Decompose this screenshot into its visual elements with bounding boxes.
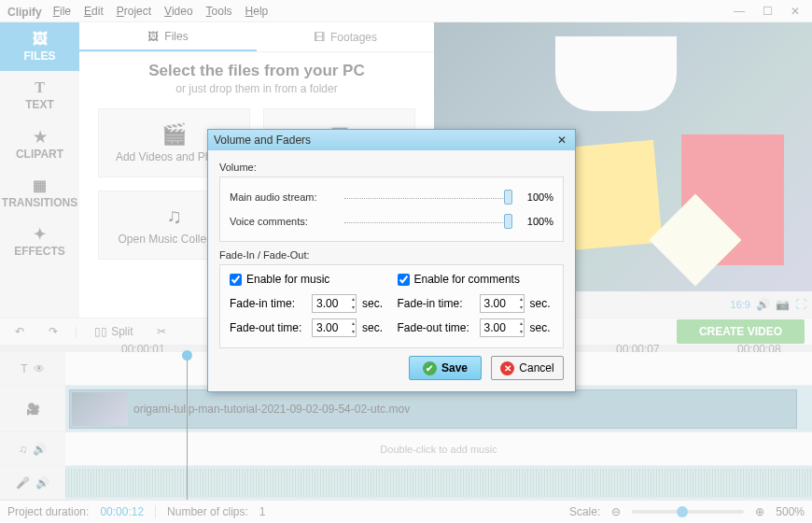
voice-comments-value: 100% (520, 216, 553, 227)
voice-comments-label: Voice comments: (230, 216, 337, 227)
volume-group-label: Volume: (219, 162, 564, 173)
volume-faders-dialog: Volume and Faders ✕ Volume: Main audio s… (207, 129, 576, 392)
main-audio-thumb[interactable] (504, 190, 512, 205)
music-fadein-label: Fade-in time: (230, 297, 306, 310)
comments-fadeout-label: Fade-out time: (398, 321, 474, 334)
cancel-icon: ✕ (500, 361, 514, 375)
music-fadeout-input[interactable]: 3.00 (312, 318, 357, 337)
fade-group: Enable for music Fade-in time:3.00sec. F… (219, 264, 564, 348)
music-fadein-input[interactable]: 3.00 (312, 294, 357, 313)
enable-comments-checkbox[interactable] (398, 274, 410, 286)
cancel-button[interactable]: ✕Cancel (491, 356, 564, 380)
fade-comments-column: Enable for comments Fade-in time:3.00sec… (398, 273, 554, 340)
dialog-titlebar[interactable]: Volume and Faders ✕ (208, 130, 575, 150)
fade-group-label: Fade-In / Fade-Out: (219, 249, 564, 261)
comments-fadeout-input[interactable]: 3.00 (480, 318, 525, 337)
dialog-close-button[interactable]: ✕ (554, 134, 569, 147)
enable-music-label: Enable for music (246, 273, 329, 286)
enable-comments-label: Enable for comments (414, 273, 520, 286)
main-audio-label: Main audio stream: (230, 191, 337, 203)
comments-fadein-label: Fade-in time: (398, 297, 474, 310)
voice-comments-slider[interactable] (344, 220, 512, 223)
comments-fadein-input[interactable]: 3.00 (480, 294, 525, 313)
voice-comments-thumb[interactable] (504, 214, 512, 229)
fade-music-column: Enable for music Fade-in time:3.00sec. F… (230, 273, 386, 340)
dialog-title-text: Volume and Faders (214, 134, 311, 147)
main-audio-slider[interactable] (344, 196, 512, 199)
main-audio-value: 100% (520, 191, 553, 203)
enable-music-checkbox[interactable] (230, 274, 242, 286)
music-fadeout-label: Fade-out time: (230, 321, 306, 334)
volume-group: Main audio stream: 100% Voice comments: … (219, 177, 564, 242)
check-icon: ✔ (423, 361, 437, 375)
save-button[interactable]: ✔Save (409, 356, 482, 380)
